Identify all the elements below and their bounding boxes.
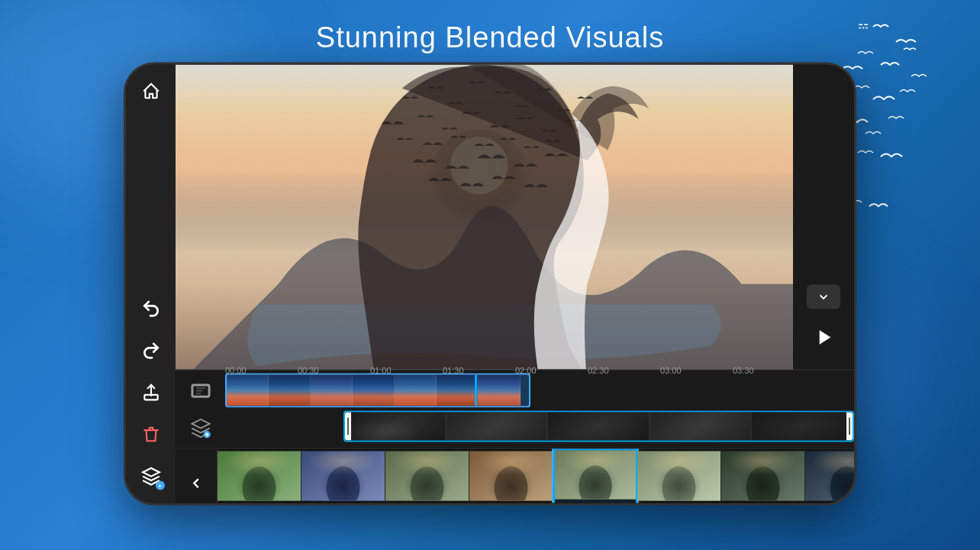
svg-point-24 [830,467,855,501]
redo-button[interactable] [136,335,166,366]
effect-multiply-thumb [301,451,385,501]
svg-point-14 [411,467,444,501]
effect-screen[interactable]: Screen [385,449,469,503]
svg-point-20 [662,467,696,501]
effects-back-button[interactable] [176,449,218,503]
svg-rect-21 [721,451,804,501]
timeline-area: 00:00 00:30 01:00 01:30 02:00 02:30 03:0… [176,370,854,503]
video-preview [176,65,793,370]
right-panel [793,65,854,370]
track-2-icon [176,417,225,438]
effect-items: Overlay Multiply [218,449,854,503]
svg-point-18 [579,465,611,499]
effect-darken[interactable]: Darken [721,449,805,503]
effect-hardlight-thumb [469,451,553,501]
svg-point-22 [746,467,780,501]
delete-button[interactable] [136,419,166,450]
page-title: Stunning Blended Visuals [316,21,664,54]
svg-text:𝌂: 𝌂 [858,20,869,33]
tracks-area [176,370,854,448]
effect-overlay-thumb [218,451,301,501]
svg-rect-17 [555,451,636,500]
track-1-icon [176,380,225,401]
effect-softlight-thumb [555,451,636,500]
layers-badge: + [156,481,165,490]
effect-darken-thumb [721,451,804,501]
svg-point-10 [243,467,276,501]
effect-softlight-label: Soft light [579,502,612,503]
undo-button[interactable] [136,293,166,324]
main-content: 00:00 00:30 01:00 01:30 02:00 02:30 03:0… [176,65,854,503]
home-button[interactable] [136,76,166,107]
effect-hardlight[interactable]: Hard light [469,449,553,503]
effect-lighten[interactable]: Lighten [637,449,721,503]
svg-rect-9 [218,451,301,501]
track-2-content[interactable] [225,411,854,445]
effects-row: Overlay Multiply [176,448,854,503]
play-button[interactable] [807,321,840,354]
effect-overlay[interactable]: Overlay [218,449,301,503]
preview-area [176,65,854,370]
effect-lighten-thumb [637,451,720,501]
effect-softlight[interactable]: Soft light [553,449,637,503]
sidebar: + [126,65,176,503]
svg-rect-19 [637,451,720,501]
svg-rect-23 [805,451,854,501]
svg-rect-1 [144,395,157,400]
export-button[interactable] [136,377,166,408]
video-track-2-row [176,411,854,445]
effect-multiply[interactable]: Multiply [301,449,385,503]
trim-handle-right[interactable] [846,412,853,441]
effect-screen-thumb [385,451,469,501]
svg-point-12 [327,467,360,501]
svg-rect-11 [301,451,385,501]
app-container: + [126,65,854,503]
trim-handle-left[interactable] [345,412,351,441]
svg-point-16 [495,467,528,501]
track-1-content[interactable] [225,374,854,408]
track-playhead [475,374,477,408]
collapse-button[interactable] [807,285,840,309]
effect-difference[interactable]: Difference [805,449,854,503]
layers-button[interactable]: + [136,461,166,492]
svg-rect-13 [385,451,469,501]
effect-difference-thumb [805,451,854,501]
video-track-1-row [176,374,854,408]
svg-rect-15 [469,451,553,501]
device-frame: + [124,63,856,506]
